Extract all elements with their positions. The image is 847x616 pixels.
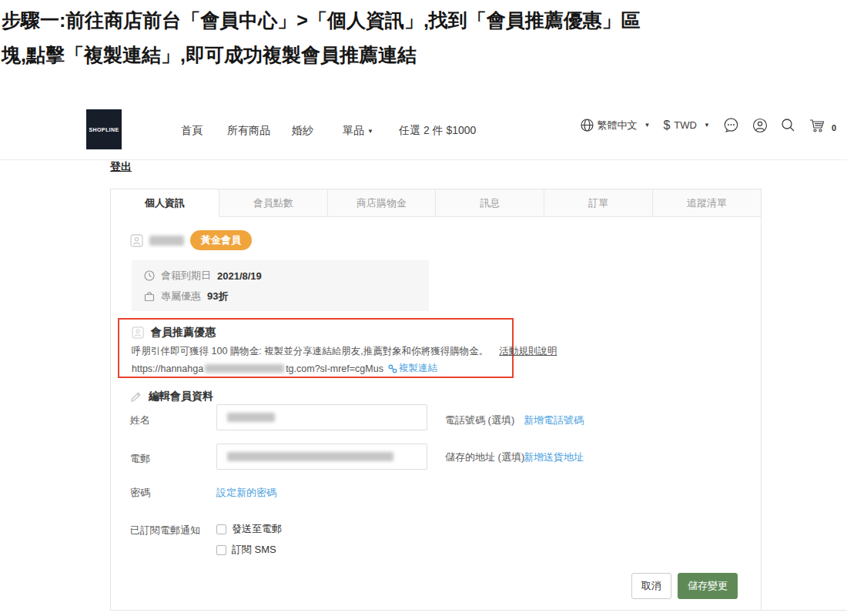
email-subscription-checkbox[interactable] (216, 524, 226, 534)
referral-description-text: 呼朋引伴即可獲得 100 購物金: 複製並分享連結給朋友,推薦對象和你將獲得購物… (132, 346, 488, 357)
edit-profile-title: 編輯會員資料 (130, 390, 213, 403)
form-actions: 取消 儲存變更 (631, 573, 738, 599)
language-selector[interactable]: 繁體中文 ▼ (581, 119, 651, 132)
logout-link[interactable]: 登出 (110, 160, 132, 174)
chevron-down-icon: ▼ (644, 122, 651, 129)
membership-expiry-value: 2021/8/19 (217, 270, 262, 282)
gift-bag-icon (144, 291, 155, 302)
nav-single-item[interactable]: 單品▼ (343, 124, 373, 138)
cart-icon (808, 118, 826, 133)
edit-profile-title-label: 編輯會員資料 (149, 390, 213, 403)
tab-personal-info[interactable]: 個人資訊 (111, 189, 219, 217)
email-field-label: 電郵 (130, 452, 150, 466)
member-card-icon (130, 234, 143, 247)
address-field-label: 儲存的地址 (選填) (445, 450, 524, 464)
referral-title: 會員推薦優惠 (151, 326, 216, 340)
account-button[interactable] (752, 118, 768, 133)
name-value-redacted (227, 413, 275, 422)
dollar-icon: $ (663, 119, 670, 132)
membership-discount-value: 93折 (207, 290, 228, 303)
membership-tier-badge: 黃金會員 (190, 230, 252, 250)
tab-store-credit[interactable]: 商店購物金 (327, 189, 436, 217)
tutorial-heading: 步驟一:前往商店前台「會員中心」>「個人資訊」,找到「會員推薦優惠」區 塊,點擊… (2, 3, 837, 72)
chevron-down-icon: ▼ (367, 128, 373, 135)
header-controls: 繁體中文 ▼ $ TWD ▼ 0 (581, 117, 836, 133)
referral-card-icon (132, 326, 144, 339)
tab-orders[interactable]: 訂單 (544, 189, 652, 217)
nav-promo-bundle[interactable]: 任選 2 件 $1000 (399, 124, 476, 138)
cancel-button[interactable]: 取消 (631, 573, 671, 599)
nav-home[interactable]: 首頁 (181, 124, 203, 138)
chat-bubble-icon (723, 117, 739, 133)
member-tabs: 個人資訊 會員點數 商店購物金 訊息 訂單 追蹤清單 (111, 189, 761, 217)
tutorial-line-1: 步驟一:前往商店前台「會員中心」>「個人資訊」,找到「會員推薦優惠」區 (2, 3, 837, 38)
tab-wishlist[interactable]: 追蹤清單 (652, 189, 761, 217)
footer-divider-extension (761, 610, 847, 611)
email-value-redacted (227, 452, 393, 461)
subscription-field-label: 已訂閱電郵通知 (130, 524, 200, 537)
sms-subscription-option: 訂閱 SMS (216, 543, 276, 557)
referral-description: 呼朋引伴即可獲得 100 購物金: 複製並分享連結給朋友,推薦對象和你將獲得購物… (132, 345, 500, 358)
membership-expiry-label: 會籍到期日 (161, 269, 211, 283)
shopline-logo[interactable]: SHOPLINE (86, 109, 122, 149)
set-new-password-link[interactable]: 設定新的密碼 (216, 486, 276, 500)
add-address-link[interactable]: 新增送貨地址 (524, 450, 584, 464)
email-subscription-label: 發送至電郵 (232, 522, 282, 536)
chat-button[interactable] (723, 117, 739, 133)
member-identity-row: 黃金會員 (130, 230, 252, 250)
copy-referral-link-button[interactable]: 複製連結 (388, 362, 437, 375)
currency-label: TWD (674, 119, 697, 131)
save-changes-button[interactable]: 儲存變更 (678, 573, 738, 599)
referral-url-suffix: tg.com?sl-mref=cgMus (286, 363, 383, 374)
add-phone-link[interactable]: 新增電話號碼 (524, 413, 584, 427)
link-icon (388, 364, 397, 373)
sms-subscription-label: 訂閱 SMS (232, 543, 276, 557)
phone-field-label: 電話號碼 (選填) (445, 413, 514, 427)
tab-member-points[interactable]: 會員點數 (219, 189, 327, 217)
referral-url-row: https://hannahga tg.com?sl-mref=cgMus 複製… (132, 362, 500, 375)
search-icon (781, 118, 795, 132)
cart-count-badge: 0 (832, 123, 836, 132)
email-subscription-option: 發送至電郵 (216, 522, 282, 536)
globe-icon (581, 119, 594, 132)
referral-url-prefix: https://hannahga (132, 363, 203, 374)
chevron-down-icon: ▼ (704, 122, 710, 129)
person-icon (752, 118, 768, 133)
screenshot-root: 步驟一:前往商店前台「會員中心」>「個人資訊」,找到「會員推薦優惠」區 塊,點擊… (0, 0, 847, 616)
pencil-icon (130, 391, 142, 403)
nav-wedding-dress[interactable]: 婚紗 (292, 124, 313, 138)
email-input[interactable] (216, 444, 427, 470)
membership-discount-label: 專屬優惠 (161, 290, 201, 303)
copy-link-label: 複製連結 (399, 362, 437, 375)
referral-section-annotated: 會員推薦優惠 呼朋引伴即可獲得 100 購物金: 複製並分享連結給朋友,推薦對象… (118, 318, 514, 378)
name-field-label: 姓名 (130, 413, 150, 427)
referral-url-redacted (205, 364, 284, 373)
password-field-label: 密碼 (130, 486, 150, 500)
language-label: 繁體中文 (598, 119, 638, 132)
membership-expiry-row: 會籍到期日 2021/8/19 (144, 269, 417, 283)
activity-rules-link[interactable]: 活動規則說明 (499, 346, 557, 357)
tutorial-line-2: 塊,點擊「複製連結」,即可成功複製會員推薦連結 (2, 38, 837, 72)
currency-selector[interactable]: $ TWD ▼ (663, 119, 709, 132)
member-center-panel: 個人資訊 會員點數 商店購物金 訊息 訂單 追蹤清單 黃金會員 會籍到期日 20… (110, 189, 762, 611)
search-button[interactable] (781, 118, 795, 132)
tab-messages[interactable]: 訊息 (435, 189, 544, 217)
membership-discount-row: 專屬優惠 93折 (144, 290, 417, 303)
sms-subscription-checkbox[interactable] (216, 545, 226, 555)
member-name-redacted (149, 236, 184, 246)
clock-icon (144, 270, 155, 281)
referral-title-row: 會員推薦優惠 (132, 326, 500, 340)
nav-single-item-label: 單品 (343, 124, 364, 136)
membership-info-box: 會籍到期日 2021/8/19 專屬優惠 93折 (132, 260, 429, 311)
nav-all-products[interactable]: 所有商品 (227, 124, 270, 138)
cart-button[interactable]: 0 (808, 118, 836, 133)
name-input[interactable] (216, 404, 427, 430)
